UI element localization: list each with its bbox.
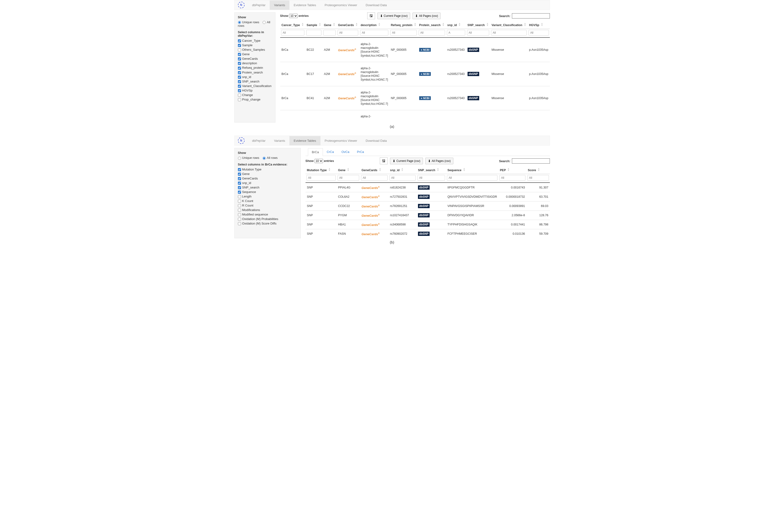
column-header[interactable]: Refseq_protein ▲▼ (389, 21, 418, 29)
nav-item-dbpepvar[interactable]: dbPepVar (248, 0, 270, 10)
column-filter-input[interactable] (390, 175, 416, 181)
ncbi-badge[interactable]: NCBI (419, 48, 431, 52)
column-filter-input[interactable] (447, 30, 465, 35)
nav-item-proteogenomics-viewer[interactable]: Proteogenomics Viewer (320, 136, 362, 145)
genecards-badge[interactable]: GeneCards® (362, 195, 380, 199)
nav-item-variants[interactable]: Variants (270, 0, 289, 10)
radio-unique-rows[interactable]: Unique rows (238, 156, 259, 159)
column-header[interactable]: Sample ▲▼ (305, 21, 323, 29)
column-header[interactable]: Score ▲▼ (526, 166, 550, 174)
column-toggle[interactable]: Modified sequence (238, 213, 297, 216)
column-toggle[interactable]: Protein_search (238, 71, 272, 74)
column-toggle[interactable]: Gene (238, 52, 272, 56)
genecards-badge[interactable]: GeneCards® (338, 96, 356, 100)
column-header[interactable]: Gene ▲▼ (323, 21, 337, 29)
genecards-badge[interactable]: GeneCards® (362, 223, 380, 227)
column-header[interactable]: Protein_search ▲▼ (418, 21, 446, 29)
tab-brca[interactable]: BrCa (308, 148, 323, 156)
column-filter-input[interactable] (467, 30, 489, 35)
tab-ovca[interactable]: OvCa (338, 148, 353, 155)
column-toggle[interactable]: Refseq_protein (238, 66, 272, 69)
column-header[interactable]: Mutation Type ▲▼ (306, 166, 337, 174)
column-filter-input[interactable] (499, 175, 526, 181)
column-toggle[interactable]: Sequence (238, 190, 297, 194)
tab-prca[interactable]: PrCa (353, 148, 368, 155)
column-toggle[interactable]: R Count (238, 204, 297, 207)
column-toggle[interactable]: K Count (238, 199, 297, 203)
ncbi-badge[interactable]: NCBI (419, 72, 431, 76)
dbsnp-badge[interactable]: dbSNP (468, 96, 479, 100)
nav-item-evidence-tables[interactable]: Evidence Tables (289, 136, 320, 145)
column-toggle[interactable]: HGVSp (238, 89, 272, 92)
column-toggle[interactable]: Oxidation (M) Score Diffs (238, 222, 297, 225)
column-header[interactable]: Gene ▲▼ (337, 166, 360, 174)
radio-unique-rows[interactable]: Unique rows (238, 20, 259, 24)
column-header[interactable]: snp_id ▲▼ (389, 166, 417, 174)
dbsnp-badge[interactable]: dbSNP (418, 204, 429, 208)
column-filter-input[interactable] (529, 30, 549, 35)
column-filter-input[interactable] (419, 30, 445, 35)
column-toggle[interactable]: Cancer_Type (238, 39, 272, 42)
column-toggle[interactable]: Modifications (238, 208, 297, 212)
column-toggle[interactable]: GeneCards (238, 57, 272, 60)
column-filter-input[interactable] (338, 30, 358, 35)
all-pages-csv-button[interactable]: ⬇All Pages (csv) (413, 12, 441, 19)
column-header[interactable]: Sequence ▲▼ (446, 166, 498, 174)
column-toggle[interactable]: Length (238, 195, 297, 198)
column-filter-input[interactable] (281, 30, 304, 35)
column-toggle[interactable]: Oxidation (M) Probabilities (238, 217, 297, 221)
column-filter-input[interactable] (418, 175, 445, 181)
column-filter-input[interactable] (447, 175, 498, 181)
genecards-badge[interactable]: GeneCards® (362, 205, 380, 208)
current-page-csv-button[interactable]: ⬇Current Page (csv) (390, 158, 423, 164)
dbsnp-badge[interactable]: dbSNP (418, 213, 429, 217)
dbsnp-badge[interactable]: dbSNP (418, 223, 429, 227)
column-toggle[interactable]: Variant_Classification (238, 84, 272, 88)
column-header[interactable]: Cancer_Type ▲▼ (280, 21, 305, 29)
genecards-badge[interactable]: GeneCards® (362, 232, 380, 236)
column-filter-input[interactable] (306, 30, 322, 35)
genecards-badge[interactable]: GeneCards® (362, 186, 380, 190)
column-toggle[interactable]: GeneCards (238, 177, 297, 180)
save-button[interactable]: 🖫 (380, 157, 388, 164)
nav-item-dbpepvar[interactable]: dbPepVar (248, 136, 270, 145)
column-header[interactable]: description ▲▼ (359, 21, 389, 29)
radio-all-rows[interactable]: All rows (262, 156, 278, 159)
genecards-badge[interactable]: GeneCards® (362, 214, 380, 217)
column-toggle[interactable]: Gene (238, 172, 297, 176)
dbsnp-badge[interactable]: dbSNP (468, 72, 479, 76)
column-filter-input[interactable] (390, 30, 417, 35)
tab-crca[interactable]: CrCa (323, 148, 338, 155)
search-input[interactable] (512, 158, 550, 164)
column-filter-input[interactable] (307, 175, 336, 181)
dbsnp-badge[interactable]: dbSNP (418, 195, 429, 199)
column-toggle[interactable]: Prop_change (238, 98, 272, 101)
column-toggle[interactable]: Mutation Type (238, 168, 297, 171)
nav-item-variants[interactable]: Variants (270, 136, 289, 145)
column-header[interactable]: snp_id ▲▼ (446, 21, 466, 29)
column-toggle[interactable]: Others_Samples (238, 48, 272, 52)
ncbi-badge[interactable]: NCBI (419, 96, 431, 100)
column-filter-input[interactable] (360, 30, 388, 35)
column-filter-input[interactable] (491, 30, 527, 35)
nav-item-download-data[interactable]: Download Data (362, 0, 391, 10)
column-header[interactable]: PEP ▲▼ (498, 166, 526, 174)
nav-item-proteogenomics-viewer[interactable]: Proteogenomics Viewer (320, 0, 362, 10)
search-input[interactable] (512, 13, 550, 19)
current-page-csv-button[interactable]: ⬇Current Page (csv) (377, 12, 410, 19)
column-header[interactable]: SNP_search ▲▼ (417, 166, 446, 174)
column-toggle[interactable]: Change (238, 93, 272, 97)
dbsnp-badge[interactable]: dbSNP (418, 232, 429, 236)
save-button[interactable]: 🖫 (367, 12, 375, 19)
column-filter-input[interactable] (527, 175, 549, 181)
dbsnp-badge[interactable]: dbSNP (418, 185, 429, 190)
column-header[interactable]: GeneCards ▲▼ (360, 166, 389, 174)
column-toggle[interactable]: snp_id (238, 75, 272, 79)
column-filter-input[interactable] (338, 175, 359, 181)
dbsnp-badge[interactable]: dbSNP (468, 48, 479, 52)
column-header[interactable]: HGVSp ▲▼ (528, 21, 550, 29)
nav-item-evidence-tables[interactable]: Evidence Tables (289, 0, 320, 10)
column-header[interactable]: Variant_Classification ▲▼ (490, 21, 528, 29)
all-pages-csv-button[interactable]: ⬇All Pages (csv) (425, 158, 453, 164)
column-filter-input[interactable] (361, 175, 388, 181)
